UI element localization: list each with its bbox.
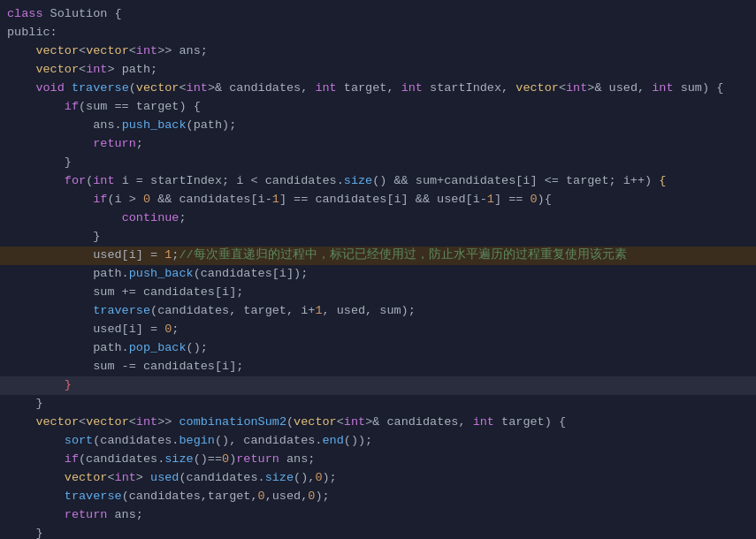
code-line-20: sum -= candidates[i]; <box>0 358 756 376</box>
code-line-10: for(int i = startIndex; i < candidates.s… <box>0 172 756 191</box>
code-line-1: class Solution { <box>0 5 756 24</box>
code-line-18: used[i] = 0; <box>0 321 756 339</box>
code-line-11: if(i > 0 && candidates[i-1] == candidate… <box>0 191 756 209</box>
code-line-5: void traverse(vector<int>& candidates, i… <box>0 80 756 98</box>
code-line-13: } <box>0 228 756 247</box>
code-line-28: return ans; <box>0 506 756 525</box>
code-line-16: sum += candidates[i]; <box>0 284 756 302</box>
code-line-26: vector<int> used(candidates.size(),0); <box>0 469 756 488</box>
code-line-24: sort(candidates.begin(), candidates.end(… <box>0 432 756 451</box>
code-line-2: public: <box>0 24 756 42</box>
code-editor: class Solution { public: vector<vector<i… <box>0 0 756 539</box>
code-line-23: vector<vector<int>> combinationSum2(vect… <box>0 414 756 432</box>
code-line-25: if(candidates.size()==0)return ans; <box>0 451 756 469</box>
code-line-21: } <box>0 376 756 395</box>
code-line-3: vector<vector<int>> ans; <box>0 42 756 61</box>
code-line-27: traverse(candidates,target,0,used,0); <box>0 488 756 506</box>
code-line-4: vector<int> path; <box>0 61 756 80</box>
code-line-22: } <box>0 395 756 414</box>
code-line-6: if(sum == target) { <box>0 98 756 117</box>
code-line-12: continue; <box>0 209 756 228</box>
code-line-29: } <box>0 525 756 539</box>
code-line-14: used[i] = 1;//每次垂直递归的过程中，标记已经使用过，防止水平遍历的… <box>0 247 756 265</box>
code-line-7: ans.push_back(path); <box>0 117 756 135</box>
code-line-19: path.pop_back(); <box>0 339 756 358</box>
code-line-8: return; <box>0 135 756 154</box>
code-line-15: path.push_back(candidates[i]); <box>0 265 756 284</box>
code-line-17: traverse(candidates, target, i+1, used, … <box>0 302 756 321</box>
code-line-9: } <box>0 154 756 172</box>
